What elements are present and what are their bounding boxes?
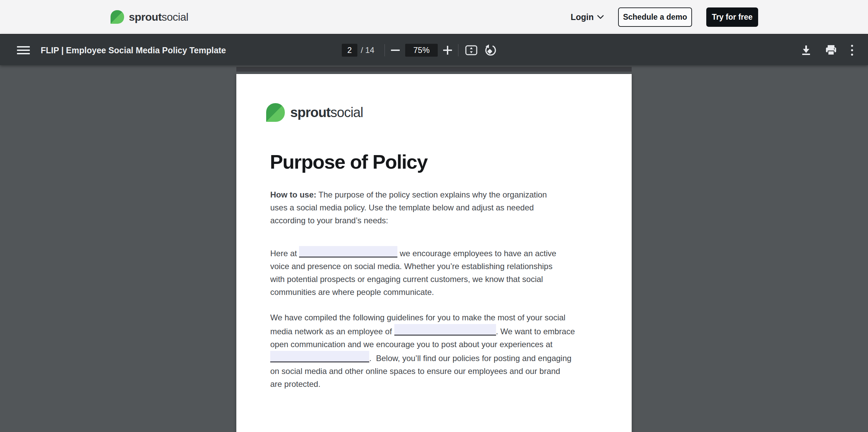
- doc-text: The purpose of the policy section explai…: [316, 190, 547, 199]
- doc-text: with potential prospects or engaging cur…: [270, 275, 543, 284]
- doc-text: uses a social media policy. Use the temp…: [270, 203, 534, 212]
- brand-wordmark-bold: sprout: [129, 11, 162, 23]
- doc-text: open communication and we encourage you …: [270, 340, 553, 349]
- sprout-leaf-icon: [266, 103, 285, 122]
- doc-text: voice and presence on social media. Whet…: [270, 262, 552, 271]
- zoom-level-display[interactable]: 75%: [405, 44, 438, 57]
- doc-text: How to use:: [270, 190, 316, 199]
- pdf-page: sproutsocial Purpose of Policy How to us…: [236, 74, 632, 432]
- toolbar-right-controls: [801, 35, 853, 66]
- document-heading: Purpose of Policy: [270, 150, 427, 173]
- more-options-icon[interactable]: [851, 45, 853, 56]
- print-icon[interactable]: [825, 45, 837, 56]
- doc-text: media network as an employee of: [270, 327, 394, 336]
- schedule-demo-button[interactable]: Schedule a demo: [618, 7, 692, 27]
- rotate-counterclockwise-icon[interactable]: [485, 44, 496, 56]
- download-icon[interactable]: [801, 45, 811, 56]
- doc-text: are protected.: [270, 379, 320, 389]
- fill-in-blank-field[interactable]: [394, 324, 496, 336]
- page-count-label: / 14: [361, 45, 374, 55]
- brand-wordmark: sproutsocial: [129, 11, 188, 23]
- chevron-down-icon: [597, 15, 604, 19]
- login-menu[interactable]: Login: [571, 12, 604, 22]
- toolbar-divider: [384, 44, 385, 56]
- site-header: sproutsocial Login Schedule a demo Try f…: [0, 0, 868, 34]
- toolbar-center-controls: / 14 75%: [342, 35, 496, 66]
- pdf-viewer-toolbar: FLIP | Employee Social Media Policy Temp…: [0, 34, 868, 65]
- doc-text: We have compiled the following guideline…: [270, 313, 566, 322]
- toolbar-left: FLIP | Employee Social Media Policy Temp…: [17, 35, 226, 66]
- doc-text: on social media and other online spaces …: [270, 367, 560, 376]
- zoom-out-icon[interactable]: [391, 50, 400, 51]
- sprout-leaf-icon: [111, 10, 124, 24]
- fill-in-blank-field[interactable]: [299, 246, 397, 258]
- page-number-input[interactable]: [342, 44, 357, 57]
- doc-paragraphs: How to use: The purpose of the policy se…: [270, 188, 613, 391]
- pdf-viewer-area[interactable]: sproutsocial Purpose of Policy How to us…: [0, 65, 868, 432]
- try-for-free-button[interactable]: Try for free: [706, 7, 758, 27]
- doc-text: . Below, you’ll find our policies for po…: [369, 354, 571, 363]
- fit-to-page-icon[interactable]: [465, 45, 477, 56]
- sprout-social-logo[interactable]: sproutsocial: [111, 0, 188, 34]
- header-actions: Login Schedule a demo Try for free: [571, 0, 758, 34]
- doc-paragraph: We have compiled the following guideline…: [270, 311, 613, 391]
- doc-text: . We want to embrace: [496, 327, 575, 336]
- document-title: FLIP | Employee Social Media Policy Temp…: [41, 45, 226, 55]
- document-brand-bold: sprout: [290, 105, 330, 120]
- doc-text: Here at: [270, 249, 299, 258]
- brand-wordmark-light: social: [162, 11, 189, 23]
- toolbar-divider: [458, 44, 458, 56]
- document-sprout-logo: sproutsocial: [266, 103, 363, 122]
- login-label: Login: [571, 12, 594, 22]
- page-gap-shadow: [236, 67, 632, 72]
- fill-in-blank-field[interactable]: [270, 351, 369, 362]
- doc-text: according to your brand’s needs:: [270, 216, 388, 225]
- hamburger-menu-icon[interactable]: [17, 46, 30, 54]
- zoom-in-icon[interactable]: [443, 46, 452, 55]
- doc-paragraph: Here at we encourage employees to have a…: [270, 246, 613, 299]
- document-brand-wordmark: sproutsocial: [290, 105, 363, 120]
- doc-paragraph: How to use: The purpose of the policy se…: [270, 188, 613, 227]
- doc-text: we encourage employees to have an active: [397, 249, 556, 258]
- doc-text: communities are where people communicate…: [270, 287, 434, 297]
- document-brand-light: social: [330, 105, 363, 120]
